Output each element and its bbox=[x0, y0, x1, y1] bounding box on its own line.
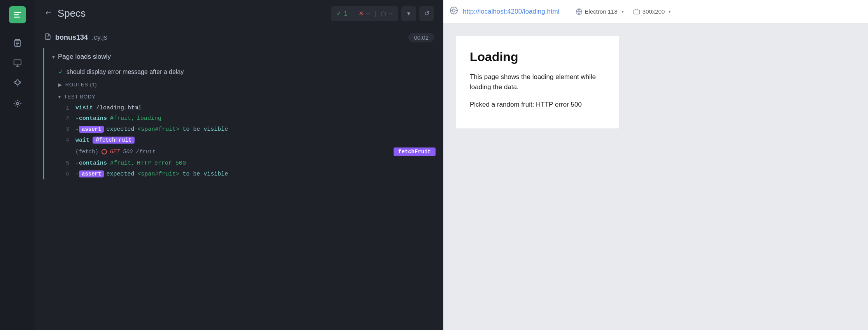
test-case: ✓ should display error message after a d… bbox=[44, 65, 443, 79]
sidebar-item-specs[interactable] bbox=[9, 34, 26, 51]
fetch-status: 500 bbox=[123, 149, 133, 155]
app-logo[interactable] bbox=[9, 6, 26, 23]
code-line-2: 2 -contains #fruit, loading bbox=[44, 113, 443, 124]
svg-point-4 bbox=[452, 9, 455, 12]
page-title: Specs bbox=[58, 7, 86, 19]
suite-name: Page loads slowly bbox=[58, 53, 111, 61]
test-suite: ▾ Page loads slowly ✓ should display err… bbox=[43, 48, 443, 179]
routes-section-label[interactable]: ▶ ROUTES (1) bbox=[44, 79, 443, 91]
fail-count: -- bbox=[366, 10, 370, 17]
fetch-detail-line: (fetch) GET 500 /fruit fetchFruit bbox=[44, 146, 443, 158]
viewport-size: 300x200 bbox=[642, 8, 665, 15]
preview-content: Loading This page shows the loading elem… bbox=[443, 23, 868, 330]
code-line-6: 6 -assert expected <span#fruit> to be vi… bbox=[44, 169, 443, 179]
file-name: bonus134 bbox=[55, 33, 88, 42]
toolbar-divider bbox=[566, 6, 566, 18]
browser-selector[interactable]: Electron 118 ▾ bbox=[572, 8, 627, 15]
line-number-4: 4 bbox=[58, 137, 69, 143]
fail-status: ✕ -- bbox=[359, 10, 370, 17]
fetch-path: /fruit bbox=[136, 149, 155, 155]
fetch-label: (fetch) bbox=[75, 149, 98, 155]
svg-point-2 bbox=[16, 102, 19, 105]
code-line-3: 3 -assert expected <span#fruit> to be vi… bbox=[44, 124, 443, 135]
sidebar-item-settings[interactable] bbox=[9, 95, 26, 112]
line-number-2: 2 bbox=[58, 116, 69, 122]
suite-chevron-icon: ▾ bbox=[52, 54, 55, 60]
svg-rect-1 bbox=[14, 60, 21, 65]
fetch-error-circle bbox=[102, 149, 107, 154]
browser-name: Electron 118 bbox=[585, 8, 618, 15]
fetch-detail-left: (fetch) GET 500 /fruit bbox=[75, 149, 156, 155]
preview-card: Loading This page shows the loading elem… bbox=[456, 36, 619, 128]
dropdown-button[interactable]: ▾ bbox=[401, 6, 416, 21]
header-left: Specs bbox=[44, 7, 86, 19]
pending-status: ◌ -- bbox=[381, 10, 393, 17]
sidebar bbox=[0, 0, 35, 330]
line-number-1: 1 bbox=[58, 105, 69, 111]
code-line-1: 1 visit /loading.html bbox=[44, 103, 443, 113]
alias-badge: @fetchFruit bbox=[93, 137, 135, 144]
preview-url[interactable]: http://localhost:4200/loading.html bbox=[463, 8, 560, 16]
preview-paragraph: This page shows the loading element whil… bbox=[470, 72, 605, 92]
test-content: ▾ Page loads slowly ✓ should display err… bbox=[35, 48, 443, 330]
file-extension: .cy.js bbox=[92, 33, 107, 42]
file-name-area: bonus134.cy.js bbox=[44, 33, 107, 42]
main-panel: Specs ✓ 1 | ✕ -- | ◌ -- ▾ ↺ bbox=[35, 0, 443, 330]
fetch-alias-badge: fetchFruit bbox=[394, 147, 436, 156]
specs-arrow-icon bbox=[44, 9, 53, 19]
status-bar: ✓ 1 | ✕ -- | ◌ -- bbox=[331, 6, 398, 21]
header-controls: ✓ 1 | ✕ -- | ◌ -- ▾ ↺ bbox=[331, 6, 434, 21]
preview-panel: http://localhost:4200/loading.html Elect… bbox=[443, 0, 868, 330]
suite-header[interactable]: ▾ Page loads slowly bbox=[44, 48, 443, 65]
x-icon: ✕ bbox=[359, 10, 364, 17]
pending-count: -- bbox=[388, 10, 393, 17]
pending-icon: ◌ bbox=[381, 10, 386, 17]
check-icon: ✓ bbox=[336, 10, 341, 17]
viewport-chevron-icon: ▾ bbox=[668, 9, 671, 14]
sidebar-item-runs[interactable] bbox=[9, 54, 26, 72]
preview-error: Picked a random fruit: HTTP error 500 bbox=[470, 100, 605, 110]
pass-count: 1 bbox=[344, 10, 347, 17]
assert-badge-2: assert bbox=[79, 170, 104, 177]
file-icon bbox=[44, 33, 51, 42]
line-number-5: 5 bbox=[58, 160, 69, 167]
pass-status: ✓ 1 bbox=[336, 10, 347, 17]
viewport-selector[interactable]: 300x200 ▾ bbox=[630, 8, 674, 15]
preview-heading: Loading bbox=[470, 50, 605, 64]
browser-chevron-icon: ▾ bbox=[621, 9, 624, 14]
assert-badge-1: assert bbox=[79, 126, 104, 133]
line-number-6: 6 bbox=[58, 171, 69, 177]
preview-toolbar: http://localhost:4200/loading.html Elect… bbox=[443, 0, 868, 23]
routes-label: ROUTES (1) bbox=[65, 82, 97, 88]
svg-rect-10 bbox=[634, 10, 639, 14]
file-row: bonus134.cy.js 00:02 bbox=[35, 27, 443, 48]
test-body-label: TEST BODY bbox=[64, 94, 96, 100]
reload-button[interactable]: ↺ bbox=[419, 6, 434, 21]
test-case-name: should display error message after a del… bbox=[66, 68, 184, 75]
code-line-4: 4 wait @fetchFruit bbox=[44, 135, 443, 146]
target-icon bbox=[450, 6, 458, 17]
routes-chevron-icon: ▶ bbox=[58, 82, 62, 88]
header: Specs ✓ 1 | ✕ -- | ◌ -- ▾ ↺ bbox=[35, 0, 443, 27]
test-body-chevron-icon: ▾ bbox=[58, 94, 61, 100]
test-pass-icon: ✓ bbox=[58, 68, 63, 75]
sidebar-item-debug[interactable] bbox=[9, 75, 26, 92]
fetch-method: GET bbox=[110, 149, 120, 155]
file-time: 00:02 bbox=[408, 33, 434, 42]
line-number-3: 3 bbox=[58, 126, 69, 132]
test-body-section-label[interactable]: ▾ TEST BODY bbox=[44, 91, 443, 103]
code-line-5: 5 -contains #fruit, HTTP error 500 bbox=[44, 158, 443, 169]
